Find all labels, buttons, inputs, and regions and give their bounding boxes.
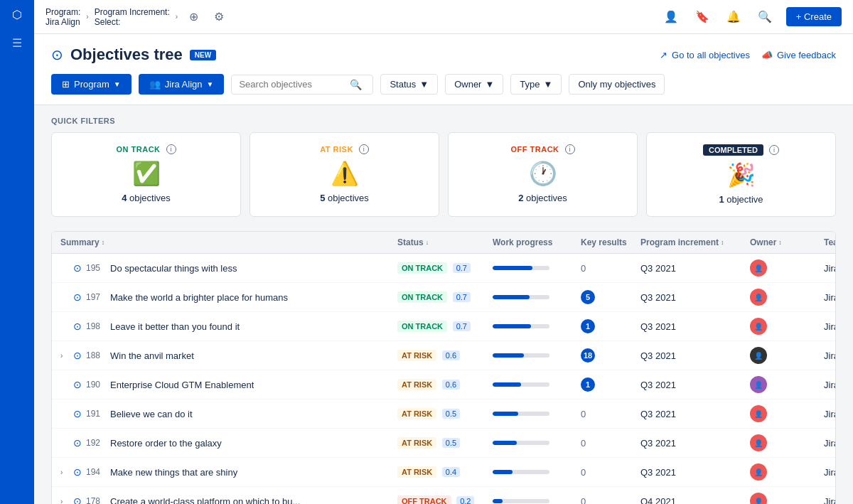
search-input[interactable] [239,79,345,90]
key-results-zero: 0 [581,409,586,419]
status-score: 0.4 [442,467,460,477]
type-filter-button[interactable]: Type ▼ [510,74,562,95]
status-card-on-track[interactable]: ON TRACK i ✅ 4 objectives [51,132,241,217]
objective-icon: ⊙ [73,350,82,361]
program-nav-item[interactable]: Program: Jira Align [45,7,80,27]
off-track-count: 2 objectives [518,193,567,203]
col-status: AT RISK 0.5 [397,437,490,449]
col-progress [493,266,578,270]
at-risk-info-icon[interactable]: i [359,144,369,154]
progress-bar [493,295,549,299]
col-summary: › ⊙ 191 Believe we can do it [60,408,395,419]
col-pi: Q3 2021 [640,350,747,361]
only-my-objectives-button[interactable]: Only my objectives [569,74,665,95]
program-filter-label: Program [74,79,109,90]
col-team: Jira Align [824,292,836,303]
col-pi: Q3 2021 [640,292,747,303]
owner-avatar: 👤 [750,318,767,335]
col-summary-header[interactable]: Summary ↕ [60,237,395,247]
at-risk-header: AT RISK [320,145,353,154]
expand-arrow[interactable]: › [60,468,69,476]
status-sort-icon: ↓ [426,239,429,246]
obj-name[interactable]: Believe we can do it [110,409,193,419]
user-icon[interactable]: 👤 [661,7,681,27]
status-score: 0.2 [456,496,474,504]
jira-align-filter-button[interactable]: 👥 Jira Align ▼ [139,74,225,95]
progress-bar [493,441,549,445]
on-track-header: ON TRACK [116,145,160,154]
owner-avatar: 👤 [750,434,767,451]
toolbar: ⊞ Program ▼ 👥 Jira Align ▼ 🔍 Status ▼ [51,74,836,104]
program-filter-button[interactable]: ⊞ Program ▼ [51,74,132,95]
off-track-icon: 🕐 [529,160,557,187]
progress-fill [493,499,503,503]
create-button[interactable]: + Create [786,7,842,26]
settings-nav-icon[interactable]: ⚙ [209,7,229,27]
obj-name[interactable]: Restore order to the galaxy [110,438,222,449]
give-feedback-button[interactable]: 📣 Give feedback [761,50,836,60]
obj-name[interactable]: Make the world a brighter place for huma… [110,292,288,303]
owner-avatar: 👤 [750,493,767,504]
obj-name[interactable]: Do spectacular things with less [110,263,237,274]
owner-filter-button[interactable]: Owner ▼ [445,74,503,95]
expand-arrow[interactable]: › [60,498,69,505]
add-nav-icon[interactable]: ⊕ [183,7,203,27]
obj-name[interactable]: Leave it better than you found it [110,321,240,332]
page-title-row: ⊙ Objectives tree NEW ↗ Go to all object… [51,45,836,64]
sidebar-home-icon[interactable]: ⬡ [0,0,34,28]
col-status: AT RISK 0.5 [397,408,490,419]
obj-id: 188 [86,350,106,360]
obj-name[interactable]: Enterprise Cloud GTM Enablement [110,380,254,390]
progress-bar [493,266,549,270]
status-score: 0.7 [453,321,471,331]
search-box-icon: 🔍 [350,79,362,90]
status-score: 0.7 [453,292,471,302]
status-card-off-track[interactable]: OFF TRACK i 🕐 2 objectives [448,132,638,217]
progress-bar [493,412,549,416]
objective-icon: ⊙ [73,437,82,449]
table-row: › ⊙ 190 Enterprise Cloud GTM Enablement … [52,370,835,400]
completed-icon: 🎉 [727,161,756,188]
col-summary: › ⊙ 192 Restore order to the galaxy [60,437,395,449]
off-track-info-icon[interactable]: i [565,144,575,154]
col-owner-header[interactable]: Owner ↕ [750,237,821,247]
col-progress [493,353,578,358]
status-card-at-risk[interactable]: AT RISK i ⚠️ 5 objectives [250,132,439,217]
bookmark-icon[interactable]: 🔖 [692,7,712,27]
search-box[interactable]: 🔍 [231,75,373,95]
status-filter-button[interactable]: Status ▼ [380,74,438,95]
main-content: Program: Jira Align › Program Increment:… [34,0,853,504]
go-to-objectives-link[interactable]: ↗ Go to all objectives [660,50,750,60]
on-track-info-icon[interactable]: i [166,144,176,154]
col-status-header[interactable]: Status ↓ [397,237,490,247]
col-team-header[interactable]: Team ↕ [824,237,836,247]
completed-header: COMPLETED [703,144,763,156]
expand-arrow[interactable]: › [60,352,69,360]
completed-info-icon[interactable]: i [769,145,779,155]
col-progress [493,412,578,416]
col-summary: › ⊙ 198 Leave it better than you found i… [60,321,395,332]
sidebar-nav-icon[interactable]: ☰ [0,28,34,57]
col-summary: › ⊙ 194 Make new things that are shiny [60,466,395,478]
pi-nav-item[interactable]: Program Increment: Select: [95,7,170,27]
col-team: Jira Align [824,380,836,390]
obj-name[interactable]: Create a world-class platform on which t… [110,496,300,505]
col-key-results: 18 [581,348,638,363]
col-progress [493,470,578,474]
obj-name[interactable]: Win the anvil market [110,350,194,361]
col-pi-header[interactable]: Program increment ↕ [640,237,747,247]
col-team: Jira Align [824,350,836,361]
obj-id: 195 [86,263,106,273]
obj-name[interactable]: Make new things that are shiny [110,467,237,478]
jira-align-filter-chevron: ▼ [207,80,214,88]
col-progress [493,295,578,299]
objectives-tree-icon: ⊙ [51,46,63,63]
go-to-objectives-label: Go to all objectives [672,50,750,60]
search-icon[interactable]: 🔍 [755,7,775,27]
status-filter-label: Status [390,79,416,90]
key-results-zero: 0 [581,438,586,449]
bell-icon[interactable]: 🔔 [724,7,744,27]
status-score: 0.7 [453,263,471,273]
progress-fill [493,441,517,445]
status-card-completed[interactable]: COMPLETED i 🎉 1 objective [646,132,836,217]
